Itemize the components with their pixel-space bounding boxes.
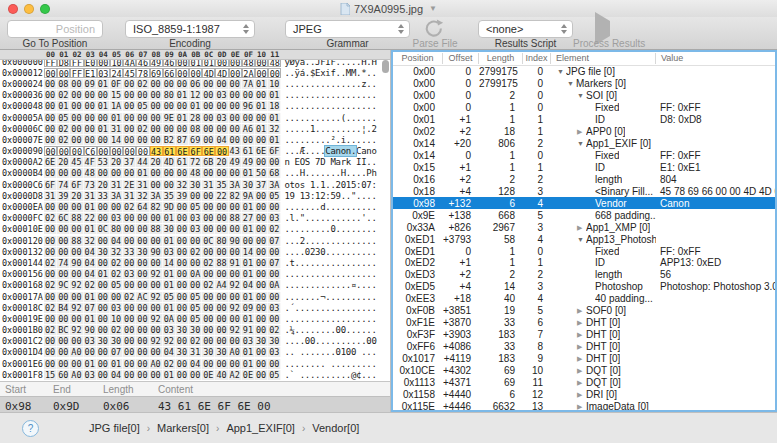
hex-byte[interactable]: 02 [110,325,123,335]
breadcrumb-item[interactable]: JPG file[0] [89,422,140,434]
hex-scrollbar[interactable] [382,60,389,378]
hex-byte[interactable]: 0F [110,79,123,89]
hex-byte[interactable]: 22 [215,191,228,201]
results-script-select[interactable]: <none> [478,20,573,38]
hex-byte[interactable]: 00 [176,258,189,268]
hex-byte[interactable]: 00 [150,347,163,357]
hex-byte[interactable]: 00 [255,370,268,380]
hex-ascii[interactable]: .........².i...... [284,135,376,145]
disclosure-triangle-icon[interactable]: ▶ [577,128,586,135]
hex-byte[interactable]: 00 [229,90,242,100]
hex-ascii[interactable]: ..ÿá.$Exif..MM.*.. [284,68,376,78]
hex-byte[interactable]: 00 [163,180,176,190]
hex-byte[interactable]: 00 [110,146,123,156]
hex-byte[interactable]: 00 [150,79,163,89]
hex-byte[interactable]: 9C [57,280,70,290]
hex-byte[interactable]: 02 [84,280,97,290]
hex-ascii[interactable]: .......d.......... [284,202,376,212]
hex-ascii[interactable]: ...2.............. [284,236,376,246]
hex-byte[interactable]: 00 [150,213,163,223]
hex-byte[interactable]: 07 [110,347,123,357]
hex-byte[interactable]: 01 [268,90,281,100]
hex-byte[interactable]: 01 [242,258,255,268]
hex-byte[interactable]: 00 [215,60,228,67]
hex-byte[interactable]: 01 [84,292,97,302]
hex-byte[interactable]: 00 [84,101,97,111]
tree-header-position[interactable]: Position [393,53,443,64]
hex-byte[interactable]: 35 [215,180,228,190]
hex-byte[interactable]: 00 [268,202,281,212]
hex-byte[interactable]: 00 [215,224,228,234]
hex-byte[interactable]: 00 [136,359,149,369]
hex-byte[interactable]: 02 [268,224,281,234]
hex-byte[interactable]: 31 [110,180,123,190]
hex-byte[interactable]: 92 [229,325,242,335]
hex-byte[interactable]: 30 [176,325,189,335]
hex-byte[interactable]: 20 [110,157,123,167]
hex-byte[interactable]: 31 [202,180,215,190]
hex-byte[interactable]: 00 [215,292,228,302]
hex-byte[interactable]: 00 [189,280,202,290]
hex-byte[interactable]: 00 [255,258,268,268]
hex-byte[interactable]: 00 [44,314,57,324]
hex-byte[interactable]: 01 [97,124,110,134]
hex-byte[interactable]: 64 [136,202,149,212]
hex-byte[interactable]: 0C [202,236,215,246]
hex-byte[interactable]: 00 [215,303,228,313]
hex-byte[interactable]: 00 [268,314,281,324]
hex-byte[interactable]: 6F [44,180,57,190]
tree-row[interactable]: 0x1017+41191839▶DHT [0] [393,353,775,365]
hex-byte[interactable]: 00 [123,135,136,145]
hex-byte[interactable]: 10 [268,79,281,89]
hex-byte[interactable]: 01 [84,224,97,234]
hex-byte[interactable]: 88 [150,224,163,234]
hex-byte[interactable]: 00 [97,90,110,100]
hex-ascii[interactable]: otos 1.1..2015:07: [284,180,376,190]
hex-byte[interactable]: 90 [84,325,97,335]
hex-byte[interactable]: 00 [215,101,228,111]
hex-byte[interactable]: 00 [215,314,228,324]
hex-byte[interactable]: 00 [176,101,189,111]
hex-byte[interactable]: 00 [136,258,149,268]
tree-header-value[interactable]: Value [656,53,775,64]
hex-byte[interactable]: 00 [255,236,268,246]
hex-byte[interactable]: 00 [97,359,110,369]
hex-byte[interactable]: 00 [242,113,255,123]
hex-byte[interactable]: 88 [70,236,83,246]
hex-byte[interactable]: 35 [163,191,176,201]
tree-row[interactable]: 0x00027991750▼JPG file [0] [393,66,775,78]
hex-byte[interactable]: 00 [229,101,242,111]
hex-byte[interactable]: 00 [229,269,242,279]
hex-byte[interactable]: 00 [70,135,83,145]
tree-row[interactable]: 0x1158+4440612▶DRI [0] [393,388,775,400]
hex-byte[interactable]: 00 [229,292,242,302]
hex-byte[interactable]: 01 [176,90,189,100]
hex-byte[interactable]: 00 [123,79,136,89]
hex-byte[interactable]: 9D [163,202,176,212]
tree-row[interactable]: 0x01+111IDD8: 0xD8 [393,114,775,126]
hex-byte[interactable]: 00 [44,146,57,156]
hex-byte[interactable]: 01 [84,202,97,212]
hex-byte[interactable]: 00 [44,236,57,246]
hex-byte[interactable]: 00 [57,247,70,257]
hex-byte[interactable]: 4F [84,157,97,167]
hex-ascii[interactable]: n EOS 7D Mark II.. [284,157,376,167]
hex-byte[interactable]: 00 [84,135,97,145]
hex-byte[interactable]: 03 [268,213,281,223]
tree-row[interactable]: 0x98+13264VendorCanon [393,197,775,209]
title-chevron-down-icon[interactable]: ▼ [429,4,437,13]
hex-byte[interactable]: 00 [44,292,57,302]
hex-byte[interactable]: 00 [57,314,70,324]
hex-byte[interactable]: 14 [163,258,176,268]
tree-row[interactable]: 0x115E+4446663213▶ImageData [0] [393,400,775,410]
hex-ascii[interactable]: ...H.......H....Ph [284,168,376,178]
hex-byte[interactable]: 01 [242,269,255,279]
hex-byte[interactable]: 00 [229,79,242,89]
hex-byte[interactable]: 00 [255,90,268,100]
hex-byte[interactable]: 04 [110,370,123,380]
hex-byte[interactable]: 18 [268,101,281,111]
hex-byte[interactable]: 00 [57,168,70,178]
hex-byte[interactable]: 61 [242,146,255,156]
hex-byte[interactable]: 6F [268,146,281,156]
hex-byte[interactable]: 00 [44,135,57,145]
